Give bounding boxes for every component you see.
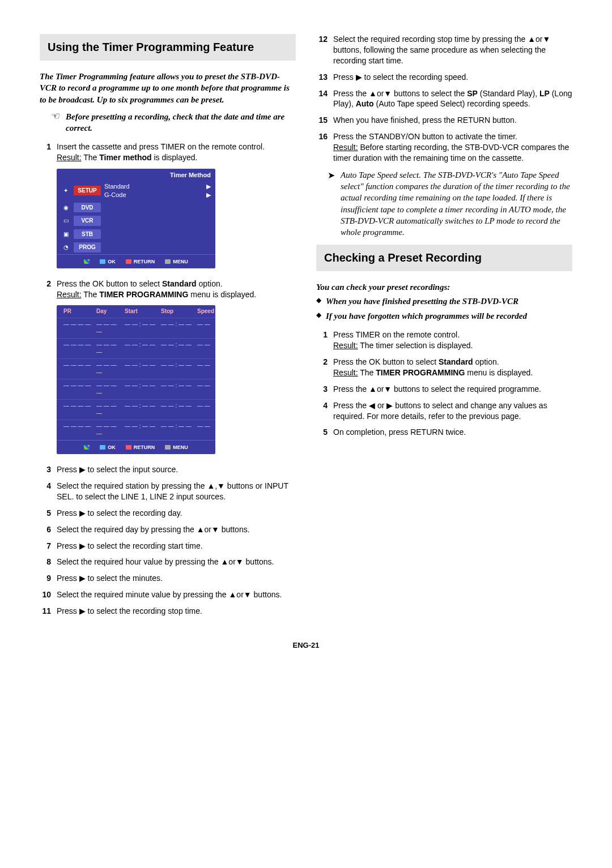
option-gcode: G-Code (104, 191, 126, 199)
step-body: Press the OK button to select Standard o… (333, 357, 572, 378)
diamond-bullet-icon: ◆ (316, 310, 321, 322)
check-bullet: When you have finished presetting the ST… (326, 296, 518, 307)
step-number: 3 (316, 384, 328, 395)
section-heading-timer: Using the Timer Programming Feature (40, 34, 296, 61)
gear-icon: ✦ (61, 187, 70, 195)
step-body: When you have finished, press the RETURN… (333, 115, 572, 126)
col-speed: Speed (197, 307, 222, 315)
right-arrow-icon: ▶ (206, 191, 211, 199)
clock-icon: ◔ (61, 243, 70, 251)
tape-icon: ▭ (61, 217, 70, 225)
hand-point-icon: ☜ (51, 111, 60, 121)
preset-check-note: Before presetting a recording, check tha… (66, 111, 296, 134)
step-number: 4 (40, 481, 51, 502)
step-number: 8 (40, 557, 51, 567)
table-row: — — — —— — — —— — : — —— — : — —— — (57, 358, 215, 379)
step-number: 11 (40, 606, 51, 617)
move-key-icon (84, 445, 90, 450)
section-heading-checking: Checking a Preset Recording (316, 245, 572, 271)
step-body: Select the required station by pressing … (57, 481, 296, 502)
step-number: 10 (40, 589, 51, 600)
return-key-icon (126, 259, 131, 264)
table-row: — — — —— — — —— — : — —— — : — —— — (57, 318, 215, 338)
step-number: 13 (316, 72, 328, 83)
step-body: On completion, press RETURN twice. (333, 427, 572, 438)
check-bullet: If you have forgotten which programmes w… (326, 310, 527, 322)
check-intro: You can check your preset recordings: (316, 281, 572, 293)
page-number: ENG-21 (40, 640, 572, 651)
diamond-bullet-icon: ◆ (316, 296, 321, 307)
step-number: 14 (316, 88, 328, 110)
stb-icon: ▣ (61, 230, 70, 238)
step-number: 7 (40, 541, 51, 551)
osd-timer-programming: PR Day Start Stop Speed — — — —— — — —— … (57, 305, 215, 454)
return-key-icon (126, 445, 131, 450)
step-body: Press ▶ to select the recording start ti… (57, 541, 296, 551)
right-arrow-icon: ▶ (206, 182, 211, 191)
option-standard: Standard (104, 182, 130, 191)
step-number: 5 (40, 508, 51, 519)
step-body: Press the ▲or▼ buttons to select the req… (333, 384, 572, 395)
angle-arrow-icon: ➤ (328, 169, 335, 238)
table-row: — — — —— — — —— — : — —— — : — —— — (57, 420, 215, 440)
step-body: Press ▶ to select the minutes. (57, 573, 296, 584)
table-row: — — — —— — — —— — : — —— — : — —— — (57, 379, 215, 399)
disc-icon: ◉ (61, 204, 70, 212)
table-row: — — — —— — — —— — : — —— — : — —— — (57, 399, 215, 420)
step-body: Press the STANDBY/ON button to activate … (333, 131, 572, 164)
col-pr: PR (63, 307, 92, 315)
step-body: Press the OK button to select Standard o… (57, 279, 296, 300)
step-body: Select the required recording stop time … (333, 34, 572, 66)
step-number: 1 (316, 330, 328, 351)
menu-prog: PROG (74, 242, 101, 253)
menu-key-icon (165, 445, 171, 450)
menu-vcr: VCR (74, 216, 101, 226)
step-number: 4 (316, 400, 328, 422)
step-body: Press ▶ to select the recording stop tim… (57, 606, 296, 617)
step-body: Press ▶ to select the input source. (57, 464, 296, 475)
ok-key-icon (100, 259, 105, 264)
osd-title: Timer Method (57, 169, 215, 181)
step-body: Press ▶ to select the recording day. (57, 508, 296, 519)
col-start: Start (125, 307, 156, 315)
auto-tape-note: Auto Tape Speed select. The STB-DVD-VCR'… (341, 169, 572, 238)
step-body: Insert the cassette and press TIMER on t… (57, 142, 296, 163)
ok-key-icon (100, 445, 105, 450)
table-row: — — — —— — — —— — : — —— — : — —— — (57, 338, 215, 358)
step-number: 3 (40, 464, 51, 475)
step-body: Press the ◀ or ▶ buttons to select and c… (333, 400, 572, 422)
col-day: Day (96, 307, 120, 315)
menu-setup: SETUP (74, 186, 101, 196)
step-number: 2 (40, 279, 51, 300)
step-body: Select the required minute value by pres… (57, 589, 296, 600)
move-key-icon (84, 259, 90, 264)
step-number: 12 (316, 34, 328, 66)
step-number: 16 (316, 131, 328, 164)
step-number: 15 (316, 115, 328, 126)
step-body: Press TIMER on the remote control. Resul… (333, 330, 572, 351)
step-body: Press the ▲or▼ buttons to select the SP … (333, 88, 572, 110)
step-number: 9 (40, 573, 51, 584)
osd-timer-method: Timer Method ✦SETUP Standard▶ G-Code▶ ◉D… (57, 169, 215, 268)
intro-paragraph: The Timer Programming feature allows you… (40, 71, 296, 105)
step-body: Select the required day by pressing the … (57, 524, 296, 535)
menu-stb: STB (74, 229, 101, 240)
menu-key-icon (165, 259, 171, 264)
step-body: Press ▶ to select the recording speed. (333, 72, 572, 83)
step-number: 1 (40, 142, 51, 163)
step-body: Select the required hour value by pressi… (57, 557, 296, 567)
step-number: 6 (40, 524, 51, 535)
menu-dvd: DVD (74, 203, 101, 213)
step-number: 5 (316, 427, 328, 438)
col-stop: Stop (161, 307, 193, 315)
step-number: 2 (316, 357, 328, 378)
